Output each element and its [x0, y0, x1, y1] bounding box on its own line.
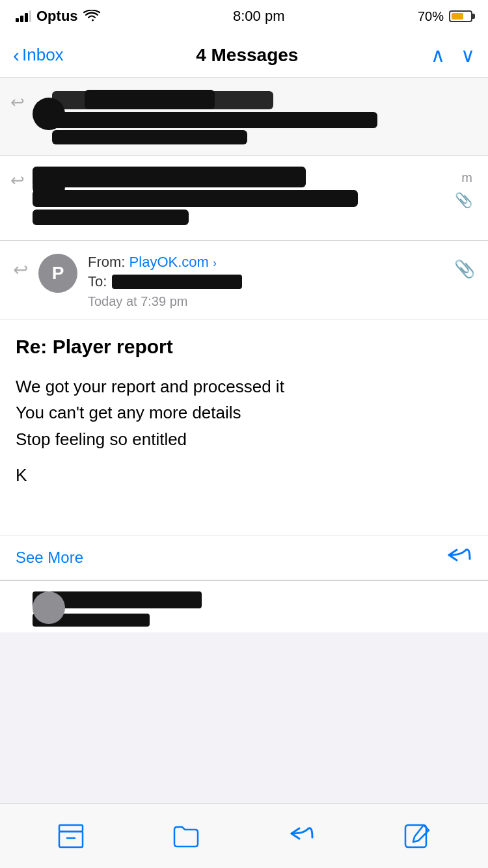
- from-line: From: PlayOK.com ›: [88, 254, 444, 271]
- email-header: ↩ P From: PlayOK.com › To: Today at 7:39…: [0, 241, 488, 320]
- svg-rect-0: [16, 18, 19, 22]
- battery-area: 70%: [418, 9, 472, 24]
- to-label: To:: [88, 273, 107, 290]
- down-arrow-button[interactable]: ∨: [461, 44, 475, 66]
- archive-icon: [58, 824, 84, 848]
- reply-toolbar-icon: [289, 824, 315, 848]
- attachment-2-icon: 📎: [455, 192, 472, 209]
- bottom-toolbar: [0, 803, 488, 868]
- folder-icon: [173, 824, 199, 848]
- compose-button[interactable]: [398, 817, 437, 856]
- reply-toolbar-button[interactable]: [282, 817, 321, 856]
- back-chevron-icon: ‹: [13, 46, 20, 65]
- reply-indicator-2-icon: ↩: [10, 170, 25, 191]
- back-label: Inbox: [22, 45, 64, 65]
- reply-icon: [446, 546, 472, 569]
- nav-bar: ‹ Inbox 4 Messages ∧ ∨: [0, 33, 488, 78]
- status-time: 8:00 pm: [233, 8, 285, 25]
- compose-icon: [404, 824, 430, 848]
- svg-rect-4: [59, 825, 83, 832]
- redacted-email-1[interactable]: ↩: [0, 78, 488, 156]
- email-signature: K: [16, 465, 472, 485]
- email-date: Today at 7:39 pm: [88, 294, 444, 309]
- wifi-icon: [83, 10, 100, 23]
- up-arrow-button[interactable]: ∧: [431, 44, 445, 66]
- svg-rect-2: [25, 13, 28, 22]
- attachment-icon: 📎: [454, 259, 475, 279]
- body-line-3: Stop feeling so entitled: [16, 426, 472, 452]
- signal-icon: [16, 10, 31, 22]
- email-footer: See More: [0, 535, 488, 580]
- see-more-button[interactable]: See More: [16, 549, 83, 567]
- body-line-2: You can't get any more details: [16, 400, 472, 426]
- reply-indicator-icon: ↩: [10, 92, 25, 113]
- svg-rect-1: [20, 16, 23, 22]
- archive-button[interactable]: [51, 817, 90, 856]
- to-line: To:: [88, 273, 444, 290]
- redacted-email-2[interactable]: ↩ m 📎: [0, 156, 488, 241]
- to-address-redacted: [112, 275, 242, 289]
- next-email-avatar: [33, 591, 65, 624]
- email-subject: Re: Player report: [16, 336, 472, 358]
- email-body: Re: Player report We got your report and…: [0, 320, 488, 535]
- reply-button[interactable]: [446, 546, 472, 569]
- battery-percent: 70%: [418, 9, 444, 24]
- folder-button[interactable]: [167, 817, 206, 856]
- body-line-1: We got your report and processed it: [16, 373, 472, 400]
- email-reply-arrow: ↩: [13, 259, 28, 280]
- email-meta: From: PlayOK.com › To: Today at 7:39 pm: [88, 254, 444, 309]
- email-content: We got your report and processed it You …: [16, 373, 472, 452]
- email-time-2: m: [461, 170, 472, 185]
- carrier-signal: Optus: [16, 8, 100, 25]
- nav-arrows: ∧ ∨: [431, 44, 475, 66]
- main-email: ↩ P From: PlayOK.com › To: Today at 7:39…: [0, 241, 488, 580]
- svg-rect-5: [59, 832, 83, 847]
- nav-title: 4 Messages: [196, 45, 298, 66]
- sender-avatar: P: [38, 254, 77, 293]
- svg-rect-3: [29, 10, 31, 22]
- status-bar: Optus 8:00 pm 70%: [0, 0, 488, 33]
- from-sender[interactable]: PlayOK.com: [129, 254, 209, 270]
- next-email-preview[interactable]: [0, 580, 488, 632]
- battery-icon: [449, 10, 472, 22]
- from-chevron-icon: ›: [213, 256, 217, 269]
- back-button[interactable]: ‹ Inbox: [13, 45, 64, 65]
- from-label: From:: [88, 254, 125, 270]
- carrier-name: Optus: [36, 8, 78, 25]
